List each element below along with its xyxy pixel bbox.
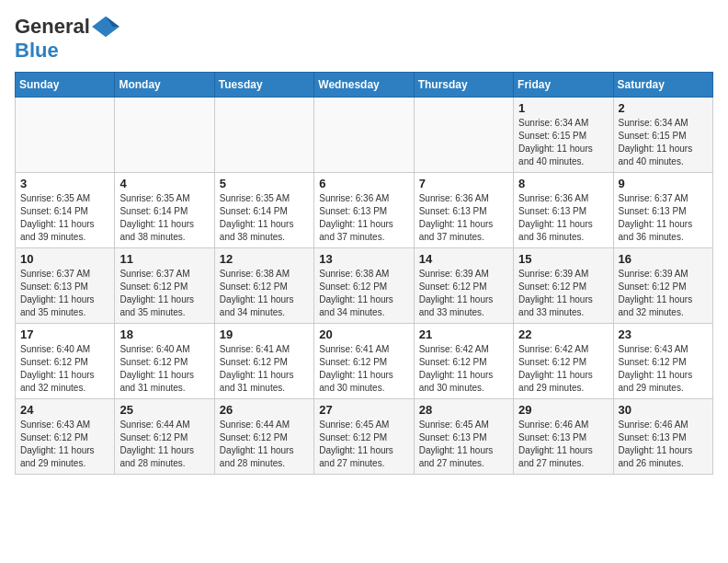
day-info: Sunrise: 6:40 AM Sunset: 6:12 PM Dayligh… — [119, 343, 209, 395]
calendar-day-cell: 28Sunrise: 6:45 AM Sunset: 6:13 PM Dayli… — [414, 399, 513, 475]
calendar-day-cell: 11Sunrise: 6:37 AM Sunset: 6:12 PM Dayli… — [115, 248, 214, 324]
calendar-day-cell: 23Sunrise: 6:43 AM Sunset: 6:12 PM Dayli… — [613, 324, 712, 399]
day-number: 7 — [419, 177, 508, 190]
weekday-header: Thursday — [414, 73, 513, 98]
calendar-day-cell: 10Sunrise: 6:37 AM Sunset: 6:13 PM Dayli… — [16, 248, 115, 324]
day-info: Sunrise: 6:37 AM Sunset: 6:12 PM Dayligh… — [119, 268, 209, 319]
day-number: 15 — [518, 252, 608, 266]
day-number: 25 — [119, 403, 209, 417]
calendar-table: SundayMondayTuesdayWednesdayThursdayFrid… — [15, 72, 713, 475]
day-info: Sunrise: 6:41 AM Sunset: 6:12 PM Dayligh… — [220, 343, 309, 395]
calendar-day-cell: 2Sunrise: 6:34 AM Sunset: 6:15 PM Daylig… — [613, 98, 712, 173]
day-number: 3 — [20, 177, 109, 190]
calendar-day-cell: 14Sunrise: 6:39 AM Sunset: 6:12 PM Dayli… — [414, 248, 513, 324]
day-info: Sunrise: 6:36 AM Sunset: 6:13 PM Dayligh… — [419, 192, 508, 244]
day-info: Sunrise: 6:41 AM Sunset: 6:12 PM Dayligh… — [319, 343, 408, 395]
calendar-day-cell: 15Sunrise: 6:39 AM Sunset: 6:12 PM Dayli… — [514, 248, 613, 324]
day-info: Sunrise: 6:46 AM Sunset: 6:13 PM Dayligh… — [518, 419, 608, 470]
day-number: 13 — [319, 252, 408, 266]
calendar-week-row: 17Sunrise: 6:40 AM Sunset: 6:12 PM Dayli… — [16, 324, 713, 399]
day-info: Sunrise: 6:43 AM Sunset: 6:12 PM Dayligh… — [20, 419, 109, 470]
calendar-week-row: 3Sunrise: 6:35 AM Sunset: 6:14 PM Daylig… — [16, 173, 713, 248]
day-number: 17 — [20, 327, 109, 341]
day-info: Sunrise: 6:34 AM Sunset: 6:15 PM Dayligh… — [619, 117, 708, 168]
day-info: Sunrise: 6:39 AM Sunset: 6:12 PM Dayligh… — [619, 268, 708, 319]
calendar-day-cell: 12Sunrise: 6:38 AM Sunset: 6:12 PM Dayli… — [214, 248, 313, 324]
calendar-day-cell: 30Sunrise: 6:46 AM Sunset: 6:13 PM Dayli… — [613, 399, 712, 475]
day-info: Sunrise: 6:39 AM Sunset: 6:12 PM Dayligh… — [419, 268, 508, 319]
day-info: Sunrise: 6:46 AM Sunset: 6:13 PM Dayligh… — [619, 419, 708, 470]
calendar-day-cell: 6Sunrise: 6:36 AM Sunset: 6:13 PM Daylig… — [314, 173, 414, 248]
day-number: 26 — [220, 403, 309, 417]
weekday-header: Friday — [514, 73, 613, 98]
calendar-day-cell — [16, 98, 115, 173]
calendar-day-cell — [314, 98, 414, 173]
calendar-day-cell: 5Sunrise: 6:35 AM Sunset: 6:14 PM Daylig… — [214, 173, 313, 248]
calendar-day-cell: 4Sunrise: 6:35 AM Sunset: 6:14 PM Daylig… — [115, 173, 214, 248]
weekday-header-row: SundayMondayTuesdayWednesdayThursdayFrid… — [16, 73, 713, 98]
calendar-day-cell: 25Sunrise: 6:44 AM Sunset: 6:12 PM Dayli… — [115, 399, 214, 475]
logo-general-text: General — [15, 15, 90, 39]
day-number: 29 — [518, 403, 608, 417]
day-info: Sunrise: 6:37 AM Sunset: 6:13 PM Dayligh… — [619, 192, 708, 244]
day-info: Sunrise: 6:42 AM Sunset: 6:12 PM Dayligh… — [419, 343, 508, 395]
calendar-day-cell: 18Sunrise: 6:40 AM Sunset: 6:12 PM Dayli… — [115, 324, 214, 399]
day-info: Sunrise: 6:40 AM Sunset: 6:12 PM Dayligh… — [20, 343, 109, 395]
day-number: 12 — [220, 252, 309, 266]
day-number: 11 — [119, 252, 209, 266]
calendar-day-cell: 8Sunrise: 6:36 AM Sunset: 6:13 PM Daylig… — [514, 173, 613, 248]
calendar-day-cell: 22Sunrise: 6:42 AM Sunset: 6:12 PM Dayli… — [514, 324, 613, 399]
day-info: Sunrise: 6:35 AM Sunset: 6:14 PM Dayligh… — [20, 192, 109, 244]
calendar-day-cell: 1Sunrise: 6:34 AM Sunset: 6:15 PM Daylig… — [514, 98, 613, 173]
page-header: GeneralBlue — [15, 15, 713, 63]
day-number: 23 — [619, 327, 708, 341]
weekday-header: Sunday — [16, 73, 115, 98]
day-number: 4 — [119, 177, 209, 190]
day-number: 20 — [319, 327, 408, 341]
calendar-day-cell: 21Sunrise: 6:42 AM Sunset: 6:12 PM Dayli… — [414, 324, 513, 399]
day-info: Sunrise: 6:35 AM Sunset: 6:14 PM Dayligh… — [119, 192, 209, 244]
calendar-day-cell — [115, 98, 214, 173]
day-number: 6 — [319, 177, 408, 190]
calendar-day-cell: 3Sunrise: 6:35 AM Sunset: 6:14 PM Daylig… — [16, 173, 115, 248]
day-number: 10 — [20, 252, 109, 266]
calendar-day-cell — [414, 98, 513, 173]
day-info: Sunrise: 6:38 AM Sunset: 6:12 PM Dayligh… — [319, 268, 408, 319]
day-info: Sunrise: 6:42 AM Sunset: 6:12 PM Dayligh… — [518, 343, 608, 395]
day-info: Sunrise: 6:36 AM Sunset: 6:13 PM Dayligh… — [319, 192, 408, 244]
logo: GeneralBlue — [15, 15, 121, 63]
day-number: 18 — [119, 327, 209, 341]
logo-blue-text: Blue — [15, 39, 59, 63]
day-number: 8 — [518, 177, 608, 190]
day-number: 5 — [220, 177, 309, 190]
day-info: Sunrise: 6:44 AM Sunset: 6:12 PM Dayligh… — [220, 419, 309, 470]
day-number: 9 — [619, 177, 708, 190]
day-number: 28 — [419, 403, 508, 417]
day-number: 14 — [419, 252, 508, 266]
day-number: 21 — [419, 327, 508, 341]
calendar-week-row: 10Sunrise: 6:37 AM Sunset: 6:13 PM Dayli… — [16, 248, 713, 324]
day-number: 1 — [518, 101, 608, 115]
day-info: Sunrise: 6:43 AM Sunset: 6:12 PM Dayligh… — [619, 343, 708, 395]
day-info: Sunrise: 6:35 AM Sunset: 6:14 PM Dayligh… — [220, 192, 309, 244]
day-number: 16 — [619, 252, 708, 266]
day-number: 30 — [619, 403, 708, 417]
weekday-header: Tuesday — [214, 73, 313, 98]
weekday-header: Monday — [115, 73, 214, 98]
weekday-header: Saturday — [613, 73, 712, 98]
calendar-week-row: 24Sunrise: 6:43 AM Sunset: 6:12 PM Dayli… — [16, 399, 713, 475]
calendar-day-cell: 7Sunrise: 6:36 AM Sunset: 6:13 PM Daylig… — [414, 173, 513, 248]
calendar-day-cell: 24Sunrise: 6:43 AM Sunset: 6:12 PM Dayli… — [16, 399, 115, 475]
day-number: 24 — [20, 403, 109, 417]
day-info: Sunrise: 6:38 AM Sunset: 6:12 PM Dayligh… — [220, 268, 309, 319]
calendar-day-cell: 16Sunrise: 6:39 AM Sunset: 6:12 PM Dayli… — [613, 248, 712, 324]
calendar-day-cell: 13Sunrise: 6:38 AM Sunset: 6:12 PM Dayli… — [314, 248, 414, 324]
day-info: Sunrise: 6:34 AM Sunset: 6:15 PM Dayligh… — [518, 117, 608, 168]
day-info: Sunrise: 6:45 AM Sunset: 6:12 PM Dayligh… — [319, 419, 408, 470]
calendar-day-cell: 29Sunrise: 6:46 AM Sunset: 6:13 PM Dayli… — [514, 399, 613, 475]
calendar-day-cell: 19Sunrise: 6:41 AM Sunset: 6:12 PM Dayli… — [214, 324, 313, 399]
day-info: Sunrise: 6:37 AM Sunset: 6:13 PM Dayligh… — [20, 268, 109, 319]
weekday-header: Wednesday — [314, 73, 414, 98]
calendar-day-cell: 20Sunrise: 6:41 AM Sunset: 6:12 PM Dayli… — [314, 324, 414, 399]
calendar-week-row: 1Sunrise: 6:34 AM Sunset: 6:15 PM Daylig… — [16, 98, 713, 173]
